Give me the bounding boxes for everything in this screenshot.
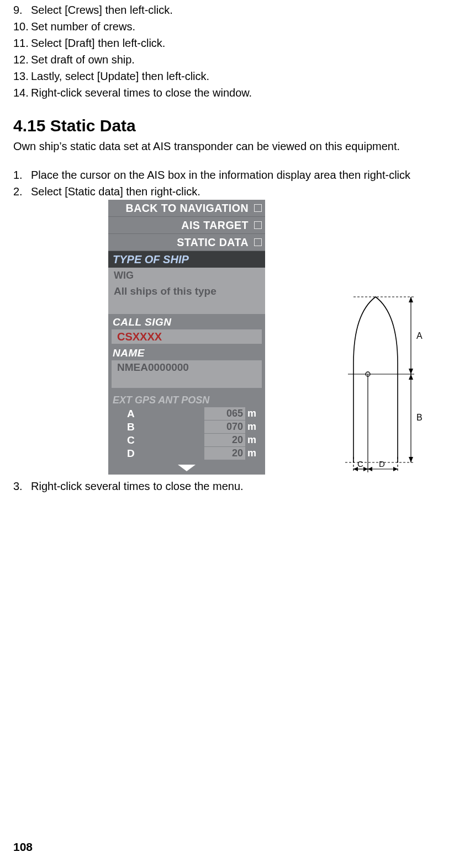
name-value: NMEA0000000 (112, 360, 262, 375)
step-text: Select [Draft] then left-click. (31, 35, 165, 51)
step-item: 12.Set draft of own ship. (13, 51, 447, 68)
svg-marker-19 (393, 467, 398, 471)
section-heading: 4.15 Static Data (13, 116, 447, 135)
blank-row (112, 375, 262, 388)
ant-unit: m (247, 408, 256, 419)
menu-item-label: BACK TO NAVIGATION (126, 202, 249, 215)
menu-item-label: STATIC DATA (177, 236, 249, 249)
menu-item-ais-target[interactable]: AIS TARGET (108, 217, 265, 234)
step-text: Right-click several times to close the w… (31, 84, 252, 101)
ship-label-a: A (416, 331, 423, 340)
type-of-ship-header: TYPE OF SHIP (108, 251, 265, 268)
ant-key: B (127, 421, 144, 433)
svg-marker-8 (409, 369, 413, 374)
svg-marker-16 (363, 467, 368, 471)
ant-row: D20m (108, 447, 265, 460)
section-intro: Own ship’s static data set at AIS transp… (13, 139, 447, 155)
ant-row: B070m (108, 420, 265, 434)
type-of-ship-line1: WIG (108, 268, 265, 283)
steps-list-a: 9.Select [Crews] then left-click. 10.Set… (13, 2, 447, 101)
steps-list-c: 3.Right-click several times to close the… (13, 478, 447, 494)
ship-label-b: B (416, 413, 423, 422)
static-data-menu: BACK TO NAVIGATION AIS TARGET STATIC DAT… (108, 200, 265, 475)
step-number: 2. (13, 183, 31, 200)
step-text: Set number of crews. (31, 18, 135, 35)
submenu-icon (254, 238, 262, 246)
ant-value: 20 (204, 447, 245, 460)
step-item: 1.Place the cursor on the AIS box in the… (13, 167, 447, 183)
step-number: 10. (13, 18, 31, 35)
svg-marker-10 (409, 374, 413, 380)
step-item: 14.Right-click several times to close th… (13, 84, 447, 101)
ant-key: C (127, 434, 144, 446)
step-item: 3.Right-click several times to close the… (13, 478, 447, 494)
ant-unit: m (247, 421, 256, 433)
step-text: Place the cursor on the AIS box in the i… (31, 167, 410, 183)
menu-item-label: AIS TARGET (181, 219, 249, 232)
step-number: 13. (13, 68, 31, 84)
step-number: 3. (13, 478, 31, 494)
svg-marker-7 (409, 297, 413, 302)
ant-unit: m (247, 434, 256, 446)
svg-marker-18 (368, 467, 372, 471)
ant-value: 20 (204, 434, 245, 446)
ant-value: 065 (204, 407, 245, 420)
svg-marker-11 (409, 457, 413, 462)
menu-item-back[interactable]: BACK TO NAVIGATION (108, 200, 265, 217)
type-of-ship-line2: All ships of this type (108, 283, 265, 314)
ant-value: 070 (204, 420, 245, 433)
submenu-icon (254, 221, 262, 229)
step-text: Right-click several times to close the m… (31, 478, 244, 494)
ant-key: D (127, 448, 144, 460)
ant-row: C20m (108, 434, 265, 447)
scroll-down-arrow[interactable] (108, 460, 265, 475)
step-item: 13.Lastly, select [Update] then left-cli… (13, 68, 447, 84)
menu-item-static-data[interactable]: STATIC DATA (108, 234, 265, 251)
ant-key: A (127, 408, 144, 420)
ship-dimensions-diagram: A B C D (342, 291, 431, 473)
steps-list-b: 1.Place the cursor on the AIS box in the… (13, 167, 447, 200)
step-text: Select [Crews] then left-click. (31, 2, 173, 18)
chevron-down-icon (177, 464, 197, 472)
ship-label-c: C (357, 459, 363, 468)
step-number: 9. (13, 2, 31, 18)
step-item: 9.Select [Crews] then left-click. (13, 2, 447, 18)
step-number: 14. (13, 84, 31, 101)
call-sign-value: CSXXXX (112, 329, 262, 344)
ant-unit: m (247, 448, 256, 459)
call-sign-header: CALL SIGN (108, 314, 265, 328)
step-text: Select [Static data] then right-click. (31, 183, 200, 200)
submenu-icon (254, 204, 262, 212)
step-item: 2.Select [Static data] then right-click. (13, 183, 447, 200)
ant-row: A065m (108, 407, 265, 420)
step-item: 10.Set number of crews. (13, 18, 447, 35)
step-item: 11.Select [Draft] then left-click. (13, 35, 447, 51)
page-number: 108 (13, 840, 33, 854)
figure-row: BACK TO NAVIGATION AIS TARGET STATIC DAT… (108, 200, 447, 475)
ship-label-d: D (379, 459, 385, 468)
svg-marker-0 (178, 465, 196, 471)
step-number: 11. (13, 35, 31, 51)
step-text: Set draft of own ship. (31, 51, 135, 68)
name-header: NAME (108, 345, 265, 359)
ant-posn-header: EXT GPS ANT POSN (108, 388, 265, 407)
menu-top-items: BACK TO NAVIGATION AIS TARGET STATIC DAT… (108, 200, 265, 251)
step-number: 12. (13, 51, 31, 68)
step-number: 1. (13, 167, 31, 183)
step-text: Lastly, select [Update] then left-click. (31, 68, 209, 84)
